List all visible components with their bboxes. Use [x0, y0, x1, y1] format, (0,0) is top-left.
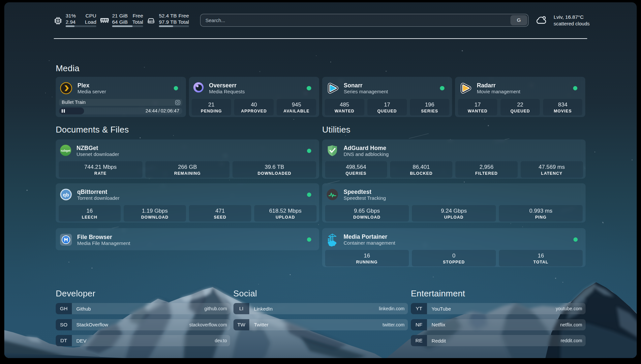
svg-text:qb: qb — [63, 192, 69, 197]
svg-text:nzbget: nzbget — [61, 149, 71, 152]
